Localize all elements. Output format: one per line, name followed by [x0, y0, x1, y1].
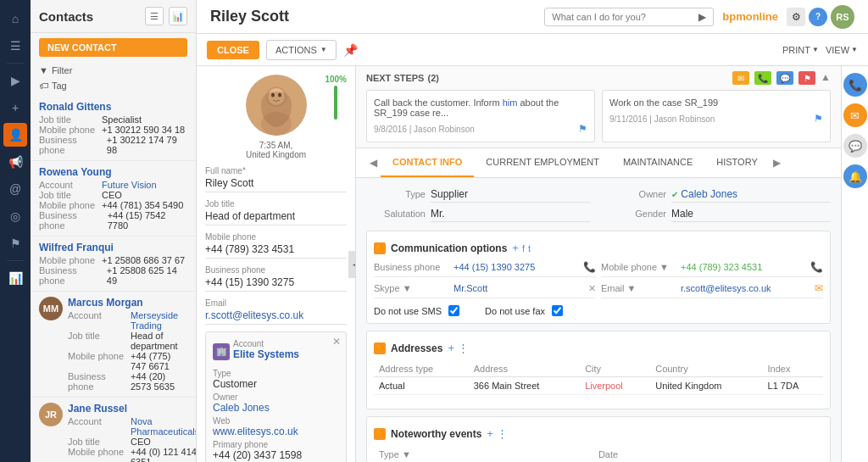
sidebar-bell-icon[interactable]: 🔔 — [843, 164, 867, 188]
do-not-sms-checkbox[interactable] — [448, 305, 459, 316]
tag-label: Tag — [52, 81, 67, 91]
tag-row[interactable]: 🏷 Tag — [31, 79, 196, 96]
contact-with-avatar: MM Marcus Morgan AccountMerseyside Tradi… — [39, 297, 187, 392]
contact-detail: AccountFuture Vision — [39, 180, 187, 190]
list-item[interactable]: MM Marcus Morgan AccountMerseyside Tradi… — [31, 292, 196, 398]
nav-add[interactable]: + — [3, 96, 27, 120]
contacts-chart-view-btn[interactable]: 📊 — [169, 7, 187, 25]
tab-current-employment[interactable]: CURRENT EMPLOYMENT — [474, 148, 611, 177]
location: United Kingdom — [205, 150, 347, 159]
add-chat-icon[interactable]: 💬 — [776, 71, 793, 85]
add-address-button[interactable]: + — [448, 342, 454, 354]
contacts-title: Contacts — [39, 9, 93, 24]
steps-cards: Call back the customer. Inform him about… — [366, 90, 831, 142]
view-button[interactable]: VIEW ▼ — [826, 45, 858, 55]
facebook-icon-button[interactable]: f — [522, 242, 525, 254]
account-type-field: Type Customer — [213, 369, 339, 390]
add-task-icon[interactable]: ⚑ — [798, 71, 815, 85]
account-name[interactable]: Elite Systems — [233, 348, 299, 360]
avatar: JR — [39, 403, 63, 426]
call-business-phone-icon[interactable]: 📞 — [583, 261, 596, 273]
sidebar-phone-icon[interactable]: 📞 — [843, 73, 867, 97]
index-cell: L1 7DA — [763, 377, 823, 395]
nav-flag[interactable]: ⚑ — [3, 231, 27, 255]
filter-row[interactable]: ▼ Filter — [31, 62, 196, 79]
salutation-field: Salutation Mr. — [366, 208, 590, 222]
twitter-icon-button[interactable]: t — [528, 242, 531, 254]
noteworthy-section: 🔶 Noteworthy events + ⋮ Type ▼ — [366, 416, 831, 462]
add-communication-button[interactable]: + — [512, 242, 519, 254]
top-bar-right: ▶ bpmonline ⚙ ? RS — [544, 5, 854, 29]
new-contact-button[interactable]: NEW CONTACT — [39, 38, 187, 57]
list-item[interactable]: Rowena Young AccountFuture Vision Job ti… — [31, 161, 196, 237]
close-button[interactable]: CLOSE — [207, 41, 259, 59]
collapse-panel-button[interactable]: ◀ — [348, 251, 356, 278]
add-call-icon[interactable]: 📞 — [754, 71, 771, 85]
user-avatar[interactable]: RS — [831, 5, 854, 29]
send-email-icon[interactable]: ✉ — [815, 282, 823, 294]
step-card-date-value: 9/8/2016 | Jason Robinson — [374, 125, 475, 134]
nav-user[interactable]: 👤 — [3, 123, 27, 147]
tab-maintainance[interactable]: MAINTAINANCE — [611, 148, 704, 177]
nav-chart[interactable]: 📊 — [3, 266, 27, 290]
do-not-fax-checkbox[interactable] — [552, 305, 563, 316]
account-field-label: Account — [233, 339, 299, 348]
call-mobile-icon[interactable]: 📞 — [810, 261, 823, 273]
nav-at[interactable]: @ — [3, 177, 27, 201]
type-label: Type — [366, 189, 426, 199]
list-item[interactable]: Ronald Gittens Job titleSpecialist Mobil… — [31, 96, 196, 161]
skype-clear-icon[interactable]: ✕ — [588, 283, 596, 294]
next-steps-collapse-icon[interactable]: ▲ — [821, 71, 831, 85]
noteworthy-date-col: Date — [593, 447, 823, 462]
print-button[interactable]: PRINT ▼ — [782, 45, 819, 55]
account-phone-value: +44 (20) 3437 1598 — [213, 449, 339, 461]
sidebar-email-icon[interactable]: ✉ — [843, 103, 867, 127]
tab-history[interactable]: HISTORY — [704, 148, 770, 177]
tab-contact-info[interactable]: CONTACT INFO — [381, 148, 474, 177]
search-input[interactable] — [552, 12, 698, 22]
add-email-icon[interactable]: ✉ — [732, 71, 749, 85]
sidebar-chat-icon[interactable]: 💬 — [843, 134, 867, 158]
step-flag-icon[interactable]: ⚑ — [578, 123, 587, 135]
table-row: Actual 366 Main Street Liverpool United … — [374, 377, 823, 395]
help-icon[interactable]: ? — [809, 8, 827, 26]
step-flag-icon[interactable]: ⚑ — [814, 113, 823, 125]
tabs-right-arrow[interactable]: ▶ — [770, 150, 784, 175]
list-item[interactable]: Wilfred Franqui Mobile phone+1 25808 686… — [31, 237, 196, 292]
addresses-menu-button[interactable]: ⋮ — [458, 342, 469, 354]
contacts-list: Ronald Gittens Job titleSpecialist Mobil… — [31, 96, 196, 462]
contacts-list-view-btn[interactable]: ☰ — [145, 7, 164, 25]
salutation-value: Mr. — [431, 208, 590, 222]
nav-megaphone[interactable]: 📢 — [3, 150, 27, 174]
nav-menu[interactable]: ☰ — [3, 34, 27, 58]
nav-play[interactable]: ▶ — [3, 69, 27, 92]
pin-button[interactable]: 📌 — [343, 43, 358, 57]
account-card-header: 🏢 Account Elite Systems — [213, 339, 339, 364]
account-card: ✕ 🏢 Account Elite Systems Type Customer … — [205, 331, 347, 462]
next-steps-bar: NEXT STEPS (2) ✉ 📞 💬 ⚑ ▲ C — [356, 66, 841, 148]
do-not-fax-label: Do not use fax — [485, 306, 545, 316]
communication-actions: + f t — [512, 242, 531, 254]
progress-bar — [334, 86, 337, 120]
addresses-actions: + ⋮ — [448, 342, 469, 354]
left-navigation: ⌂ ☰ ▶ + 👤 📢 @ ◎ ⚑ 📊 — [0, 0, 31, 462]
add-noteworthy-button[interactable]: + — [487, 427, 493, 440]
profile-job-title-field: Job title Head of department — [205, 199, 347, 225]
list-item[interactable]: JR Jane Russel AccountNova Pharmaceutica… — [31, 398, 196, 462]
city-col: City — [580, 361, 650, 377]
noteworthy-menu-button[interactable]: ⋮ — [497, 427, 508, 440]
step-card-text: Call back the customer. Inform him about… — [374, 97, 587, 118]
nav-target[interactable]: ◎ — [3, 204, 27, 228]
type-field: Type Supplier — [366, 188, 590, 203]
account-card-close-button[interactable]: ✕ — [332, 336, 341, 348]
settings-icon[interactable]: ⚙ — [787, 8, 805, 26]
contact-detail: Business phone+1 25808 625 14 49 — [39, 265, 187, 286]
nav-home[interactable]: ⌂ — [3, 7, 27, 31]
communication-grid: Business phone +44 (15) 1390 3275 📞 Mobi… — [374, 261, 823, 298]
contact-detail: Mobile phone+44 (0) 121 414 6351 — [68, 447, 196, 462]
noteworthy-section-icon: 🔶 — [374, 428, 386, 440]
business-phone-label: Business phone — [205, 265, 347, 275]
actions-button[interactable]: ACTIONS ▼ — [266, 40, 337, 60]
tabs-left-arrow[interactable]: ◀ — [366, 150, 381, 175]
communication-section: 🔶 Communication options + f t Business p… — [366, 231, 831, 324]
